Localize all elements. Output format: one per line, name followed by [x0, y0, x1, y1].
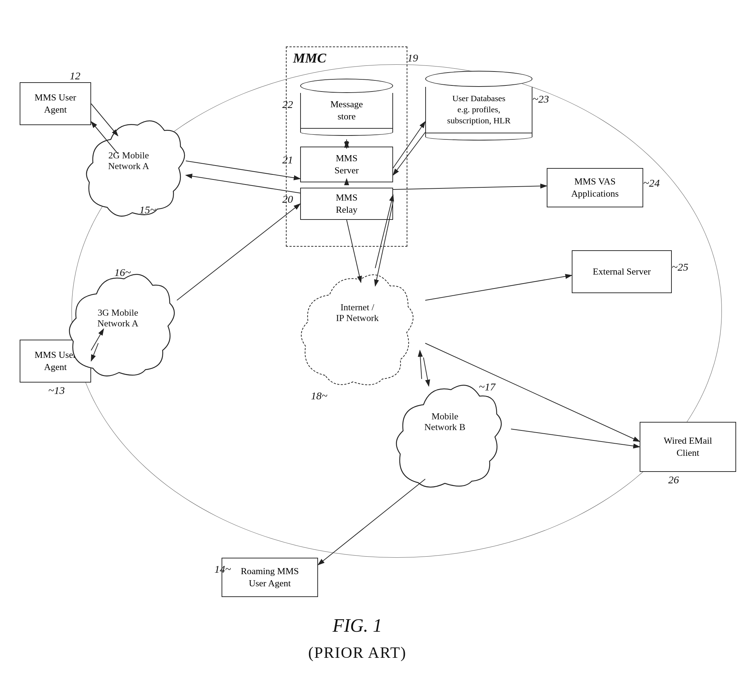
num-24: ~24: [643, 177, 660, 189]
mms-server-box: MMSServer: [300, 147, 393, 182]
num-14: 14~: [214, 563, 231, 575]
diagram: MMSE MMC 19 Messagestore MMSServer MMSRe…: [0, 0, 754, 700]
num-18: 18~: [311, 390, 327, 402]
external-server-box: External Server: [572, 250, 672, 293]
num-17: ~17: [479, 381, 495, 393]
external-server-label: External Server: [593, 266, 651, 278]
2g-network-label: 2G MobileNetwork A: [93, 150, 164, 172]
num-15: 15~: [139, 204, 156, 216]
roaming-mms-label: Roaming MMSUser Agent: [241, 565, 299, 589]
num-23: ~23: [532, 93, 549, 105]
num-13: ~13: [48, 384, 65, 397]
mobile-network-b-cloud: [390, 375, 511, 504]
3g-network-label: 3G MobileNetwork A: [79, 308, 157, 329]
internet-cloud: [293, 264, 425, 393]
fig-title: FIG. 1: [268, 615, 447, 636]
mms-relay-label: MMSRelay: [336, 192, 358, 216]
num-22: 22: [282, 98, 293, 111]
roaming-mms-box: Roaming MMSUser Agent: [222, 558, 318, 597]
internet-label: Internet /IP Network: [313, 302, 402, 323]
mms-server-label: MMSServer: [334, 152, 359, 177]
wired-email-label: Wired EMailClient: [663, 435, 712, 459]
message-store: Messagestore: [300, 75, 393, 139]
num-21: 21: [282, 154, 293, 166]
user-databases-label: User Databasese.g. profiles,subscription…: [447, 93, 510, 127]
mms-ua-12-label: MMS UserAgent: [35, 92, 76, 116]
mms-relay-box: MMSRelay: [300, 188, 393, 220]
message-store-label: Messagestore: [331, 98, 363, 123]
num-25: ~25: [672, 261, 688, 273]
fig-subtitle: (PRIOR ART): [243, 644, 472, 662]
num-26: 26: [668, 474, 679, 486]
num-12: 12: [70, 70, 80, 82]
num-16: 16~: [114, 266, 131, 278]
user-databases: User Databasese.g. profiles,subscription…: [425, 66, 532, 145]
num-19: 19: [407, 52, 418, 64]
mms-vas-box: MMS VASApplications: [547, 168, 643, 207]
wired-email-box: Wired EMailClient: [640, 422, 736, 472]
mobile-network-b-label: MobileNetwork B: [402, 411, 488, 433]
mms-vas-label: MMS VASApplications: [571, 175, 619, 200]
num-20: 20: [282, 193, 293, 205]
mmc-label: MMC: [293, 50, 326, 66]
